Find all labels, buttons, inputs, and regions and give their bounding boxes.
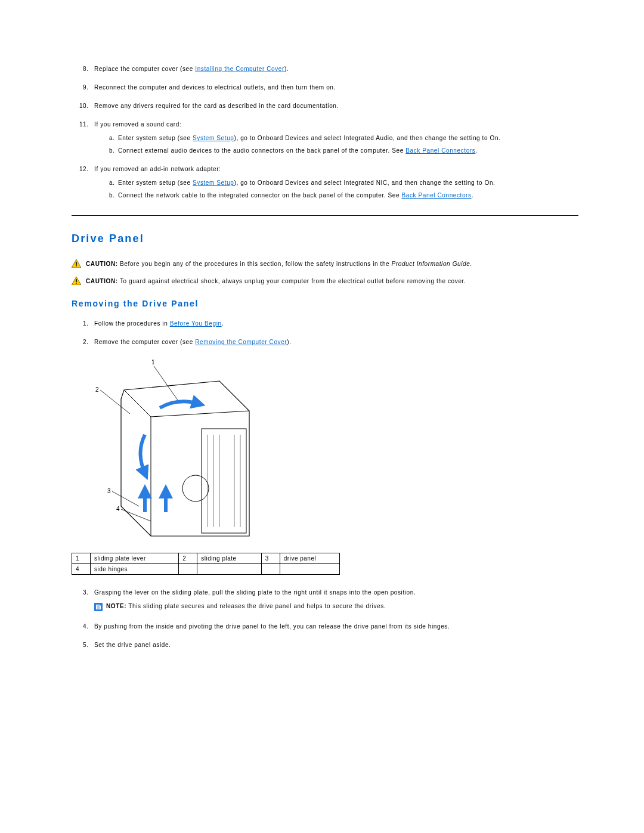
- caution-text: CAUTION: Before you begin any of the pro…: [86, 259, 472, 268]
- caution-body-post: .: [470, 261, 472, 267]
- substep-item: Enter system setup (see System Setup), g…: [117, 135, 578, 141]
- step-text: Reconnect the computer and devices to el…: [94, 84, 336, 91]
- substep-item: Connect external audio devices to the au…: [117, 147, 578, 154]
- table-row: 1 sliding plate lever 2 sliding plate 3 …: [72, 553, 340, 564]
- step-item: Remove the computer cover (see Removing …: [91, 339, 578, 345]
- caution-em: Product Information Guide: [392, 261, 470, 267]
- link-back-panel-connectors[interactable]: Back Panel Connectors: [405, 147, 475, 154]
- diagram: 1 2 3 4: [88, 357, 578, 542]
- legend-table: 1 sliding plate lever 2 sliding plate 3 …: [72, 553, 340, 575]
- caution-notice: CAUTION: Before you begin any of the pro…: [72, 259, 578, 268]
- link-system-setup[interactable]: System Setup: [193, 179, 234, 186]
- step-item: If you removed an add-in network adapter…: [91, 166, 578, 199]
- step-item: Reconnect the computer and devices to el…: [91, 84, 578, 91]
- step-list-removing-a: Follow the procedures in Before You Begi…: [72, 320, 578, 345]
- substep-item: Enter system setup (see System Setup), g…: [117, 179, 578, 186]
- substep-list: Enter system setup (see System Setup), g…: [94, 135, 578, 154]
- step-text: Follow the procedures in: [94, 320, 170, 327]
- legend-num: 3: [261, 553, 280, 564]
- step-item: If you removed a sound card: Enter syste…: [91, 121, 578, 154]
- link-back-panel-connectors[interactable]: Back Panel Connectors: [402, 192, 472, 199]
- legend-num: [261, 564, 280, 575]
- note-body: This sliding plate secures and releases …: [126, 603, 386, 609]
- caution-body: To guard against electrical shock, alway…: [118, 278, 466, 284]
- legend-num: 4: [72, 564, 91, 575]
- step-item: Replace the computer cover (see Installi…: [91, 66, 578, 72]
- step-text-suffix: ).: [284, 66, 289, 72]
- legend-num: [179, 564, 197, 575]
- drive-panel-illustration: 1 2 3 4: [88, 357, 267, 542]
- link-installing-cover[interactable]: Installing the Computer Cover: [195, 66, 284, 72]
- legend-label: [197, 564, 261, 575]
- svg-text:4: 4: [116, 506, 120, 512]
- svg-line-15: [100, 390, 130, 414]
- step-text: If you removed an add-in network adapter…: [94, 166, 221, 172]
- step-item: Grasping the lever on the sliding plate,…: [91, 589, 578, 611]
- note-text: NOTE: This sliding plate secures and rel…: [106, 603, 386, 609]
- svg-rect-6: [202, 429, 246, 533]
- table-row: 4 side hinges: [72, 564, 340, 575]
- note-label: NOTE:: [106, 603, 126, 609]
- section-heading: Drive Panel: [72, 233, 578, 245]
- caution-label: CAUTION:: [86, 278, 118, 284]
- legend-label: side hinges: [91, 564, 179, 575]
- caution-notice: CAUTION: To guard against electrical sho…: [72, 277, 578, 286]
- legend-label: sliding plate lever: [91, 553, 179, 564]
- svg-text:1: 1: [151, 359, 155, 366]
- step-list-removing-b: Grasping the lever on the sliding plate,…: [72, 589, 578, 648]
- step-text: If you removed a sound card:: [94, 121, 181, 128]
- step-item: Set the drive panel aside.: [91, 642, 578, 648]
- step-text: By pushing from the inside and pivoting …: [94, 623, 450, 630]
- step-item: Follow the procedures in Before You Begi…: [91, 320, 578, 327]
- substep-item: Connect the network cable to the integra…: [117, 192, 578, 199]
- legend-num: 1: [72, 553, 91, 564]
- step-text: Remove the computer cover (see: [94, 339, 195, 345]
- page: Replace the computer cover (see Installi…: [0, 0, 644, 708]
- step-text: Set the drive panel aside.: [94, 642, 171, 648]
- legend-label: sliding plate: [197, 553, 261, 564]
- substep-text: Connect the network cable to the integra…: [118, 192, 402, 199]
- substep-list: Enter system setup (see System Setup), g…: [94, 179, 578, 199]
- substep-text-suffix: .: [475, 147, 477, 154]
- svg-line-17: [112, 491, 139, 506]
- caution-icon: [72, 259, 81, 268]
- link-system-setup[interactable]: System Setup: [193, 135, 234, 141]
- step-text: Grasping the lever on the sliding plate,…: [94, 589, 416, 596]
- link-before-you-begin[interactable]: Before You Begin: [170, 320, 222, 327]
- step-text-suffix: ).: [287, 339, 291, 345]
- svg-text:3: 3: [107, 488, 111, 494]
- svg-point-12: [182, 475, 209, 501]
- note-notice: NOTE: This sliding plate secures and rel…: [94, 603, 578, 611]
- svg-rect-2: [76, 265, 77, 267]
- subsection-heading: Removing the Drive Panel: [72, 299, 578, 308]
- step-text: Replace the computer cover (see: [94, 66, 195, 72]
- substep-text: Enter system setup (see: [118, 179, 193, 186]
- substep-text-suffix: .: [472, 192, 473, 199]
- note-icon: [94, 603, 103, 611]
- step-list-top: Replace the computer cover (see Installi…: [72, 66, 578, 199]
- section-divider: [72, 215, 578, 216]
- caution-icon: [72, 277, 81, 285]
- substep-text-suffix: ), go to Onboard Devices and select Inte…: [234, 135, 500, 141]
- substep-text: Connect external audio devices to the au…: [118, 147, 405, 154]
- svg-rect-1: [76, 262, 77, 265]
- step-text-suffix: .: [222, 320, 224, 327]
- svg-line-13: [154, 366, 178, 400]
- caution-body: Before you begin any of the procedures i…: [118, 261, 392, 267]
- substep-text-suffix: ), go to Onboard Devices and select Inte…: [234, 179, 495, 186]
- svg-text:2: 2: [95, 386, 99, 393]
- step-item: By pushing from the inside and pivoting …: [91, 623, 578, 630]
- step-item: Remove any drivers required for the card…: [91, 103, 578, 109]
- substep-text: Enter system setup (see: [118, 135, 193, 141]
- legend-num: 2: [179, 553, 197, 564]
- caution-label: CAUTION:: [86, 261, 118, 267]
- link-removing-cover[interactable]: Removing the Computer Cover: [195, 339, 287, 345]
- legend-label: [280, 564, 339, 575]
- step-text: Remove any drivers required for the card…: [94, 103, 339, 109]
- svg-rect-5: [76, 283, 77, 284]
- legend-label: drive panel: [280, 553, 339, 564]
- svg-rect-4: [76, 279, 77, 282]
- caution-text: CAUTION: To guard against electrical sho…: [86, 277, 466, 286]
